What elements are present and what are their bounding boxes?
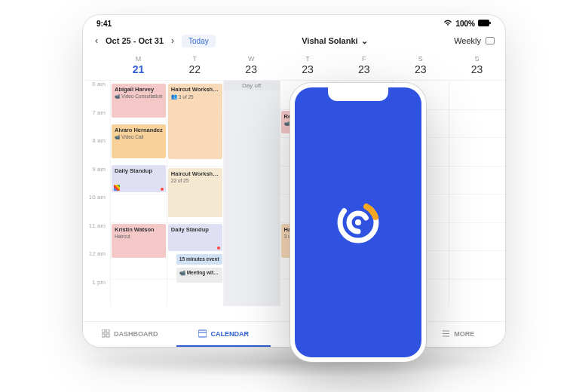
video-icon: 📹 [115, 134, 120, 139]
event[interactable]: Alvaro Hernandez 📹Video Call [112, 124, 166, 158]
day-header[interactable]: F23 [336, 52, 392, 80]
user-name: Vishal Solanki [302, 36, 357, 45]
day-header[interactable]: S23 [449, 52, 505, 80]
video-icon: 📹 [284, 121, 290, 126]
phone-screen [295, 87, 421, 357]
day-column-mon[interactable]: Abigail Harvey 📹Video Consultations Alva… [110, 81, 167, 306]
menu-icon [442, 329, 450, 338]
event[interactable]: Abigail Harvey 📹Video Consultations [112, 84, 166, 118]
today-button[interactable]: Today [182, 35, 216, 47]
prev-week-button[interactable]: ‹ [93, 34, 100, 47]
people-icon: 👥 [171, 93, 177, 100]
day-column-tue[interactable]: Haircut Workshops 👥3 of 25 Haircut Works… [167, 81, 223, 306]
phone-device [290, 83, 426, 362]
day-off-label: Day off [224, 81, 280, 90]
day-header[interactable]: T23 [280, 52, 336, 80]
week-header: M21 T22 W23 T23 F23 S23 S23 [83, 52, 505, 80]
date-range[interactable]: Oct 25 - Oct 31 [106, 36, 164, 45]
event[interactable]: Haircut Workshops 22 of 25 [168, 168, 222, 217]
time-gutter: 6 am 7 am 8 am 9 am 10 am 11 am 12 am 1 … [83, 81, 110, 306]
battery-percent: 100% [455, 20, 475, 28]
day-header[interactable]: T22 [167, 52, 223, 80]
nav-calendar[interactable]: CALENDAR [176, 322, 270, 347]
event-indicator [217, 247, 220, 250]
view-label: Weekly [454, 36, 481, 45]
battery-icon [478, 20, 492, 28]
wifi-icon [443, 20, 452, 28]
event[interactable]: 📹 Meeting with Jo… [176, 268, 222, 283]
view-icon [486, 37, 495, 44]
nav-dashboard[interactable]: DASHBOARD [83, 322, 176, 347]
svg-rect-5 [106, 334, 109, 337]
day-column-sun[interactable] [449, 81, 505, 306]
svg-rect-1 [489, 22, 491, 24]
svg-rect-0 [478, 20, 489, 26]
status-time: 9:41 [97, 20, 112, 28]
event[interactable]: Daily Standup [112, 165, 166, 192]
status-bar: 9:41 100% [83, 15, 505, 29]
user-selector[interactable]: Vishal Solanki ⌄ [302, 36, 367, 46]
day-header[interactable]: S23 [392, 52, 449, 80]
event-indicator [161, 188, 164, 191]
event[interactable]: Kristin Watson Haircut [112, 224, 166, 258]
day-column-wed[interactable]: Day off [223, 81, 280, 306]
day-header[interactable]: M21 [110, 52, 167, 80]
app-logo [332, 196, 385, 249]
svg-point-13 [355, 219, 361, 225]
svg-rect-6 [198, 330, 207, 337]
svg-rect-2 [102, 329, 105, 332]
event[interactable]: Daily Standup [168, 224, 222, 251]
video-icon: 📹 [179, 270, 185, 275]
calendar-topbar: ‹ Oct 25 - Oct 31 › Today Vishal Solanki… [83, 29, 505, 52]
svg-rect-3 [106, 329, 109, 332]
event[interactable]: Haircut Workshops 👥3 of 25 [168, 84, 222, 159]
day-header[interactable]: W23 [223, 52, 280, 80]
calendar-icon [198, 329, 207, 338]
chevron-down-icon: ⌄ [361, 36, 368, 46]
video-icon: 📹 [115, 93, 120, 99]
google-icon [114, 185, 120, 191]
phone-notch [328, 87, 388, 101]
dashboard-icon [102, 329, 110, 338]
view-selector[interactable]: Weekly [454, 36, 495, 45]
event[interactable]: 15 minutes event [176, 254, 222, 265]
svg-rect-4 [102, 334, 105, 337]
next-week-button[interactable]: › [170, 34, 176, 47]
